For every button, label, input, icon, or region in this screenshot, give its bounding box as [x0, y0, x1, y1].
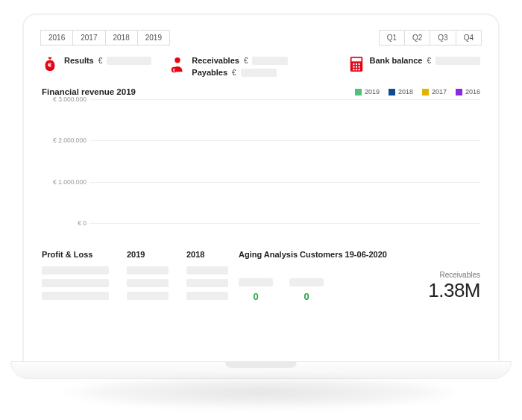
legend-2017[interactable]: 2017 [422, 88, 447, 95]
aging-col-header [239, 278, 273, 286]
pl-row [42, 292, 228, 300]
svg-point-9 [355, 66, 356, 67]
svg-point-10 [358, 66, 359, 67]
y-axis: € 3.000.000 € 2.000.000 € 1.000.000 € 0 [42, 99, 87, 223]
svg-rect-4 [351, 58, 361, 62]
swatch-icon [355, 89, 362, 95]
chart-legend: 2019 2018 2017 2016 [355, 88, 480, 95]
svg-point-0 [175, 57, 180, 63]
metric-receivables-label: Receivables [192, 56, 239, 65]
tab-year-2019[interactable]: 2019 [137, 30, 170, 46]
legend-2019[interactable]: 2019 [355, 88, 380, 95]
metric-bank-label: Bank balance [370, 56, 423, 65]
laptop-frame: 2016 2017 2018 2019 Q1 Q2 Q3 Q4 Results [22, 13, 500, 363]
aging-panel: Aging Analysis Customers 19-06-2020 0 0 [239, 250, 480, 302]
y-tick: € 3.000.000 [42, 95, 87, 103]
laptop-shadow [60, 376, 462, 409]
svg-point-8 [353, 66, 354, 67]
metric-results: Results € [42, 56, 151, 74]
money-bag-icon [42, 56, 58, 74]
legend-2018[interactable]: 2018 [389, 88, 413, 95]
metric-receivables-currency: € [244, 57, 248, 65]
pl-title: Profit & Loss [42, 250, 109, 259]
metric-payables-currency: € [232, 69, 236, 77]
chart-plot [89, 99, 480, 223]
svg-point-11 [353, 69, 354, 70]
metric-receivables-value [252, 57, 288, 65]
svg-point-13 [358, 69, 359, 70]
pl-col-b: 2018 [186, 250, 228, 259]
tab-q2[interactable]: Q2 [404, 30, 430, 46]
metric-results-value [107, 57, 151, 65]
receivables-label: Receivables [428, 271, 480, 279]
svg-point-6 [355, 63, 356, 65]
aging-col: 0 [289, 278, 324, 302]
svg-text:€: € [173, 68, 175, 72]
swatch-icon [422, 89, 429, 95]
aging-title: Aging Analysis Customers 19-06-2020 [239, 250, 480, 259]
metric-payables-label: Payables [192, 68, 227, 77]
metric-results-currency: € [98, 57, 103, 65]
swatch-icon [389, 89, 395, 95]
metrics-row: Results € € Receivables € [37, 51, 485, 84]
metric-bank-value [435, 57, 480, 65]
tab-q1[interactable]: Q1 [379, 30, 404, 46]
tabs-row: 2016 2017 2018 2019 Q1 Q2 Q3 Q4 [37, 28, 485, 51]
aging-col-header [289, 278, 324, 286]
tab-q3[interactable]: Q3 [430, 30, 455, 46]
svg-point-12 [355, 69, 356, 70]
aging-col: 0 [239, 278, 273, 302]
pl-col-a: 2019 [127, 250, 169, 259]
tab-year-2016[interactable]: 2016 [40, 30, 72, 46]
profit-loss-panel: Profit & Loss 2019 2018 [42, 250, 228, 302]
calculator-icon [349, 56, 364, 74]
pl-row [42, 279, 228, 287]
person-money-icon: € [169, 56, 186, 77]
bottom-row: Profit & Loss 2019 2018 Aging Analysis C… [37, 242, 485, 302]
year-tabs: 2016 2017 2018 2019 [40, 30, 170, 46]
chart-area: € 3.000.000 € 2.000.000 € 1.000.000 € 0 [42, 99, 480, 238]
metric-payables-value [241, 69, 277, 77]
dashboard-screen: 2016 2017 2018 2019 Q1 Q2 Q3 Q4 Results [37, 28, 485, 361]
y-tick: € 0 [42, 219, 87, 227]
laptop-notch [225, 362, 297, 368]
tab-year-2018[interactable]: 2018 [105, 30, 137, 46]
receivables-summary: Receivables 1.38M [428, 271, 480, 302]
metric-bank: Bank balance € [349, 56, 480, 74]
y-tick: € 1.000.000 [42, 178, 87, 186]
svg-point-5 [353, 63, 354, 65]
aging-value: 0 [253, 291, 258, 302]
tab-q4[interactable]: Q4 [456, 30, 482, 46]
aging-value: 0 [304, 291, 309, 302]
legend-2016[interactable]: 2016 [456, 88, 480, 95]
metric-bank-currency: € [427, 57, 431, 65]
swatch-icon [456, 89, 462, 95]
receivables-value: 1.38M [428, 279, 480, 302]
metric-results-label: Results [64, 56, 94, 65]
y-tick: € 2.000.000 [42, 137, 87, 144]
tab-year-2017[interactable]: 2017 [72, 30, 104, 46]
metric-receivables-payables: € Receivables € Payables € [169, 56, 288, 77]
quarter-tabs: Q1 Q2 Q3 Q4 [379, 30, 482, 46]
pl-row [42, 266, 228, 275]
chart-header: Financial revenue 2019 2019 2018 2017 20… [37, 84, 485, 98]
svg-point-7 [358, 63, 359, 65]
